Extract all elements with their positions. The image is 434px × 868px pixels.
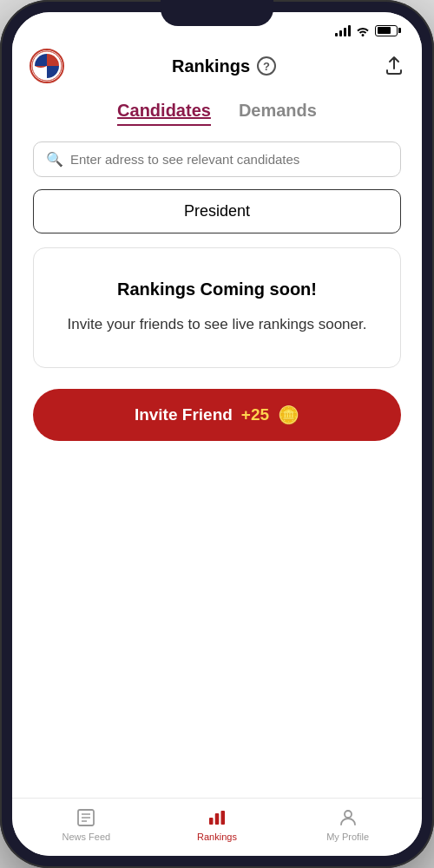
app-logo (30, 49, 64, 83)
svg-rect-7 (220, 811, 225, 825)
invite-label: Invite Friend (135, 405, 233, 424)
nav-label-news-feed: News Feed (62, 832, 111, 842)
my-profile-icon (338, 807, 358, 828)
svg-rect-5 (209, 818, 214, 825)
position-selector[interactable]: President (33, 189, 401, 233)
nav-item-my-profile[interactable]: My Profile (318, 807, 378, 842)
news-feed-icon (76, 807, 96, 828)
status-icons (335, 24, 398, 36)
signal-bars-icon (335, 24, 351, 36)
header-title-group: Rankings ? (172, 56, 276, 76)
svg-rect-6 (215, 813, 220, 825)
page-title: Rankings (172, 56, 250, 76)
nav-label-my-profile: My Profile (326, 832, 369, 842)
invite-friend-button[interactable]: Invite Friend +25 🪙 (33, 389, 401, 441)
coin-icon: 🪙 (278, 404, 299, 425)
rankings-icon (207, 807, 227, 828)
app-header: Rankings ? (12, 42, 422, 92)
phone-screen: Rankings ? Candidates Demands 🔍 (12, 12, 422, 856)
nav-item-rankings[interactable]: Rankings (187, 807, 247, 842)
coming-soon-description: Invite your friends to see live rankings… (55, 313, 379, 336)
content-area: Candidates Demands 🔍 President Rankings … (12, 92, 422, 798)
svg-point-8 (345, 811, 352, 818)
battery-icon (375, 25, 398, 36)
coming-soon-card: Rankings Coming soon! Invite your friend… (33, 247, 401, 368)
search-input[interactable] (70, 152, 388, 167)
search-container: 🔍 (33, 141, 401, 177)
help-icon[interactable]: ? (257, 56, 276, 76)
tabs-row: Candidates Demands (33, 101, 401, 126)
phone-shell: Rankings ? Candidates Demands 🔍 (0, 0, 434, 868)
wifi-icon (356, 24, 370, 36)
search-icon: 🔍 (46, 151, 63, 168)
bottom-nav: News Feed Rankings My Profile (12, 798, 422, 856)
notch (161, 0, 273, 26)
nav-label-rankings: Rankings (197, 832, 237, 842)
coming-soon-title: Rankings Coming soon! (55, 279, 379, 299)
share-button[interactable] (384, 56, 404, 76)
invite-points: +25 (241, 405, 269, 424)
tab-demands[interactable]: Demands (239, 101, 317, 126)
tab-candidates[interactable]: Candidates (117, 101, 211, 126)
nav-item-news-feed[interactable]: News Feed (56, 807, 116, 842)
